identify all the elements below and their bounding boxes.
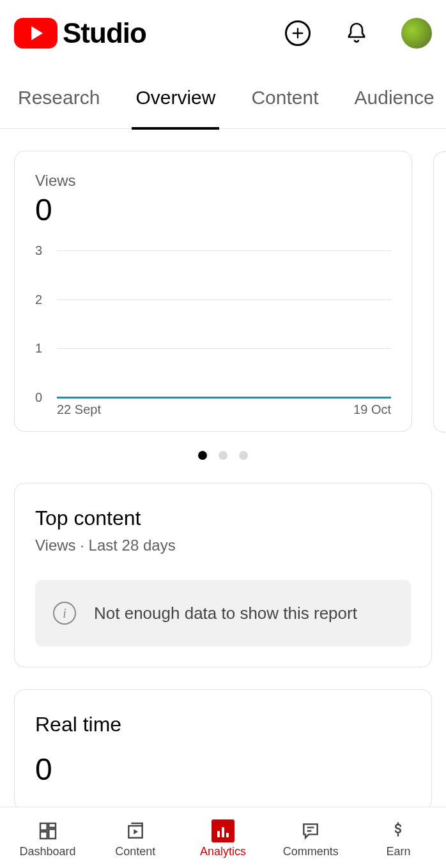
tab-audience[interactable]: Audience [355, 66, 434, 129]
next-card-peek[interactable] [433, 151, 446, 432]
bell-icon [345, 22, 368, 45]
views-card[interactable]: Views 0 3 2 1 0 22 Sept 19 Oct [14, 151, 412, 432]
content-icon [124, 819, 147, 842]
app-name: Studio [63, 17, 146, 49]
views-chart: 3 2 1 0 [50, 250, 391, 397]
nav-comments[interactable]: Comments [267, 819, 355, 858]
y-tick: 1 [35, 341, 42, 356]
tab-content[interactable]: Content [251, 66, 318, 129]
carousel-dots [14, 451, 432, 460]
top-content-card[interactable]: Top content Views · Last 28 days i Not e… [14, 483, 432, 667]
carousel-dot[interactable] [239, 451, 248, 460]
carousel-dot[interactable] [219, 451, 227, 460]
tab-research[interactable]: Research [18, 66, 100, 129]
top-content-subtitle: Views · Last 28 days [35, 537, 411, 554]
create-button[interactable] [284, 19, 312, 47]
nav-label: Content [115, 845, 155, 858]
nav-dashboard[interactable]: Dashboard [4, 819, 91, 858]
logo-area[interactable]: Studio [14, 17, 146, 49]
nav-analytics[interactable]: Analytics [179, 819, 266, 858]
y-tick: 0 [35, 390, 42, 405]
svg-rect-0 [40, 823, 47, 830]
header-actions [284, 18, 432, 49]
realtime-card[interactable]: Real time 0 [14, 689, 432, 811]
svg-rect-3 [40, 832, 47, 839]
y-tick: 2 [35, 292, 42, 307]
y-tick: 3 [35, 243, 42, 258]
carousel-dot[interactable] [198, 451, 207, 460]
nav-label: Comments [283, 845, 339, 858]
youtube-logo-icon [14, 18, 58, 49]
app-header: Studio [0, 0, 446, 66]
analytics-tabs: Research Overview Content Audience [0, 66, 446, 129]
tab-overview[interactable]: Overview [135, 66, 215, 129]
views-label: Views [35, 172, 391, 190]
x-tick-start: 22 Sept [57, 402, 101, 417]
notifications-button[interactable] [342, 19, 371, 47]
dashboard-icon [36, 819, 59, 842]
profile-avatar[interactable] [401, 18, 432, 49]
chart-data-line [57, 397, 391, 399]
earn-icon [387, 819, 410, 842]
x-axis-labels: 22 Sept 19 Oct [57, 402, 391, 417]
views-value: 0 [35, 192, 391, 227]
nav-label: Analytics [200, 845, 246, 858]
nav-earn[interactable]: Earn [355, 819, 442, 858]
svg-rect-1 [49, 823, 56, 828]
plus-icon [285, 20, 311, 46]
bottom-nav: Dashboard Content Analytics Comments Ear… [0, 807, 446, 868]
info-icon: i [53, 602, 76, 625]
content-area: Views 0 3 2 1 0 22 Sept 19 Oct Top conte… [0, 129, 446, 811]
analytics-icon [211, 819, 235, 842]
info-banner: i Not enough data to show this report [35, 580, 411, 646]
nav-content[interactable]: Content [91, 819, 179, 858]
info-message: Not enough data to show this report [94, 604, 357, 623]
realtime-value: 0 [35, 752, 411, 787]
comments-icon [299, 819, 322, 842]
nav-label: Earn [386, 845, 410, 858]
svg-rect-2 [49, 829, 56, 839]
x-tick-end: 19 Oct [353, 402, 391, 417]
top-content-title: Top content [35, 506, 411, 530]
nav-label: Dashboard [20, 845, 76, 858]
realtime-title: Real time [35, 713, 411, 736]
